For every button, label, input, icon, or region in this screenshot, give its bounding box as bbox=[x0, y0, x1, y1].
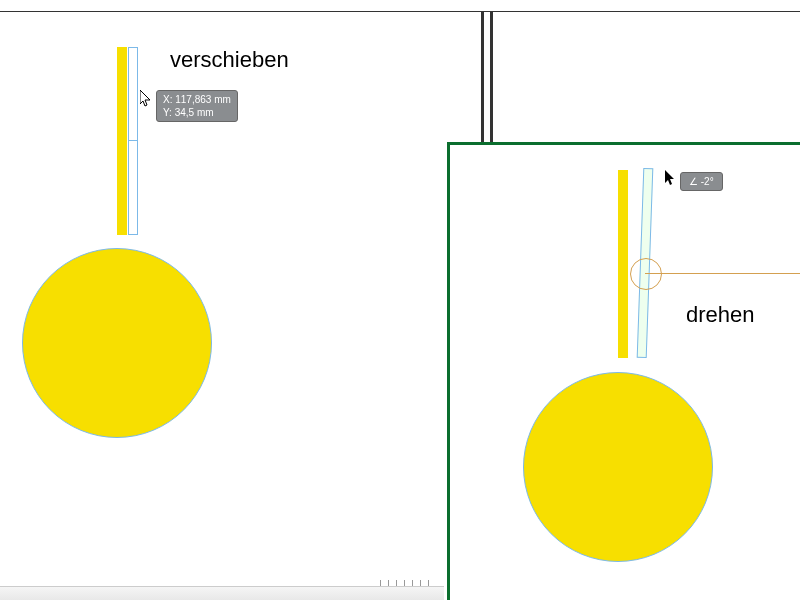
guide-line-vertical[interactable] bbox=[490, 12, 493, 142]
guide-line-vertical[interactable] bbox=[481, 12, 484, 142]
move-cursor-icon bbox=[140, 90, 154, 108]
selection-divider bbox=[128, 140, 138, 141]
tooltip-angle-value: ∠ -2° bbox=[689, 176, 714, 187]
yellow-rectangle-object[interactable] bbox=[618, 170, 628, 358]
rotation-reference-line bbox=[645, 273, 800, 274]
label-verschieben: verschieben bbox=[170, 47, 289, 73]
yellow-circle-object[interactable] bbox=[523, 372, 713, 562]
tick-marks bbox=[380, 580, 450, 588]
label-drehen: drehen bbox=[686, 302, 755, 328]
rotation-center-indicator[interactable] bbox=[630, 258, 662, 290]
angle-tooltip: ∠ -2° bbox=[680, 172, 723, 191]
tooltip-x-value: X: 117,863 mm bbox=[163, 93, 231, 106]
ruler-top bbox=[0, 0, 800, 12]
yellow-circle-object[interactable] bbox=[22, 248, 212, 438]
yellow-rectangle-object[interactable] bbox=[117, 47, 127, 235]
status-bar bbox=[0, 586, 444, 600]
canvas-area[interactable]: verschieben X: 117,863 mm Y: 34,5 mm ∠ -… bbox=[0, 12, 800, 600]
arrow-cursor-icon bbox=[665, 170, 677, 186]
tooltip-y-value: Y: 34,5 mm bbox=[163, 106, 231, 119]
selection-outline[interactable] bbox=[128, 47, 138, 235]
coordinate-tooltip: X: 117,863 mm Y: 34,5 mm bbox=[156, 90, 238, 122]
